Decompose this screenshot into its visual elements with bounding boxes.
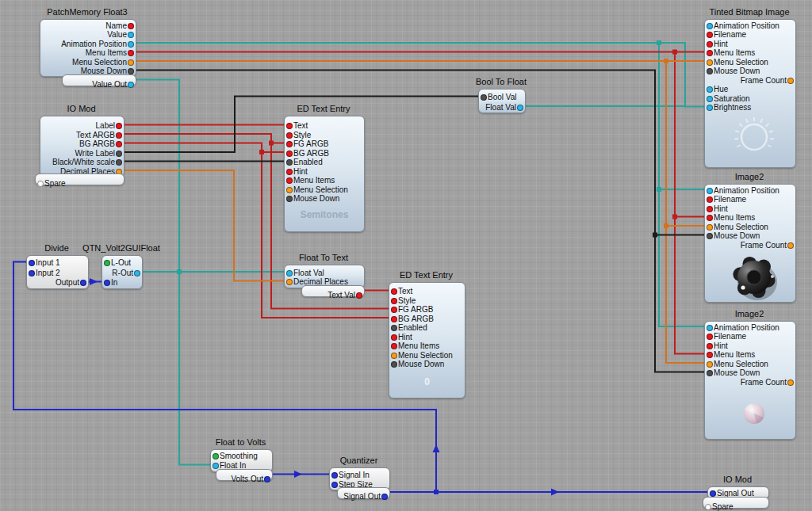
- mouse-down-pin[interactable]: [286, 196, 293, 202]
- bool-to-float-node[interactable]: Bool ValFloat Val: [478, 89, 526, 113]
- float-to-volts-tab[interactable]: Volts Out: [216, 469, 273, 481]
- pin-label: Input 1: [36, 258, 60, 267]
- mouse-down-pin[interactable]: [707, 233, 713, 239]
- signal-out-pin[interactable]: [381, 494, 388, 500]
- text-argb-pin[interactable]: [116, 132, 122, 139]
- saturation-pin[interactable]: [707, 96, 713, 102]
- signal-in-pin[interactable]: [331, 472, 338, 479]
- menu-selection-pin[interactable]: [391, 353, 397, 359]
- animation-position-pin[interactable]: [128, 41, 134, 48]
- menu-items-pin[interactable]: [391, 343, 397, 349]
- mouse-down-pin[interactable]: [707, 68, 713, 74]
- text-pin[interactable]: [391, 288, 397, 295]
- write-label-pin[interactable]: [116, 151, 122, 157]
- label-pin[interactable]: [116, 123, 122, 129]
- input-2-pin[interactable]: [29, 270, 35, 276]
- frame-count-pin[interactable]: [787, 78, 794, 84]
- float-val-pin[interactable]: [286, 270, 293, 276]
- fg-argb-pin[interactable]: [286, 141, 293, 147]
- io-mod-bottom-tab[interactable]: Spare: [703, 497, 769, 509]
- qtn-volt2guifloat-node[interactable]: L-OutR-OutIn: [102, 255, 143, 289]
- quantizer-tab[interactable]: Signal Out: [337, 487, 390, 499]
- enabled-pin[interactable]: [391, 325, 397, 331]
- value-out-pin[interactable]: [128, 82, 134, 88]
- frame-count-pin[interactable]: [787, 242, 794, 249]
- spare-pin[interactable]: [37, 181, 44, 187]
- pin-row: Menu Selection: [285, 185, 364, 194]
- io-mod-left-tab[interactable]: Spare: [35, 174, 124, 185]
- signal-out-pin[interactable]: [710, 490, 716, 497]
- knob-dark-image[interactable]: [727, 250, 781, 307]
- filename-pin[interactable]: [707, 32, 713, 38]
- filename-pin[interactable]: [707, 334, 713, 340]
- brightness-pin[interactable]: [707, 105, 713, 111]
- ed-text-entry-2-node[interactable]: TextStyleFG ARGBBG ARGBEnabledHintMenu I…: [389, 282, 465, 399]
- tinted-bitmap-image-node[interactable]: Animation PositionFilenameHintMenu Items…: [704, 19, 796, 168]
- patchmemory-float3-node[interactable]: NameValueAnimation PositionMenu ItemsMen…: [40, 19, 136, 77]
- image2-b-node[interactable]: Animation PositionFilenameHintMenu Items…: [704, 321, 796, 440]
- in-pin[interactable]: [104, 280, 110, 286]
- volts-out-pin[interactable]: [264, 476, 270, 482]
- float-val-pin[interactable]: [517, 105, 523, 111]
- menu-selection-pin[interactable]: [707, 361, 713, 368]
- fg-argb-pin[interactable]: [391, 307, 397, 313]
- pin-label: Animation Position: [714, 323, 779, 332]
- r-out-pin[interactable]: [134, 270, 140, 276]
- text-val-pin[interactable]: [356, 292, 362, 299]
- menu-selection-pin[interactable]: [707, 224, 713, 231]
- menu-items-pin[interactable]: [286, 177, 293, 184]
- patchmemory-float3-tab[interactable]: Value Out: [62, 74, 136, 86]
- step-size-pin[interactable]: [331, 482, 338, 488]
- bool-val-pin[interactable]: [481, 94, 487, 101]
- pin-row: Style: [389, 296, 465, 305]
- filename-pin[interactable]: [707, 196, 713, 203]
- menu-selection-pin[interactable]: [707, 59, 713, 66]
- animation-position-pin[interactable]: [707, 188, 713, 194]
- name-pin[interactable]: [128, 23, 134, 29]
- l-out-pin[interactable]: [104, 260, 110, 266]
- spare-pin[interactable]: [705, 504, 711, 510]
- smoothing-pin[interactable]: [213, 453, 219, 460]
- text-pin[interactable]: [286, 123, 293, 129]
- animation-position-pin[interactable]: [707, 23, 713, 29]
- pin-row: Input 2: [27, 269, 88, 277]
- knob-faint-image[interactable]: [731, 114, 777, 163]
- mouse-down-pin[interactable]: [128, 68, 134, 74]
- input-1-pin[interactable]: [29, 260, 35, 266]
- menu-items-pin[interactable]: [707, 50, 713, 56]
- knob-light-image[interactable]: [741, 400, 768, 430]
- bg-argb-pin[interactable]: [116, 141, 122, 147]
- patch-editor-canvas[interactable]: PatchMemory Float3NameValueAnimation Pos…: [0, 0, 812, 511]
- menu-items-pin[interactable]: [707, 352, 713, 358]
- menu-selection-pin[interactable]: [286, 187, 293, 193]
- hint-pin[interactable]: [707, 206, 713, 212]
- bg-argb-pin[interactable]: [391, 316, 397, 322]
- float-to-text-tab[interactable]: Text Val: [301, 285, 365, 297]
- io-mod-left-node[interactable]: LabelText ARGBBG ARGBWrite LabelBlack/Wh…: [40, 116, 124, 177]
- enabled-pin[interactable]: [286, 159, 293, 166]
- hint-pin[interactable]: [707, 343, 713, 349]
- hint-pin[interactable]: [286, 169, 293, 175]
- value-pin[interactable]: [128, 32, 134, 38]
- animation-position-pin[interactable]: [707, 325, 713, 331]
- divide-node[interactable]: Input 1Input 2Output: [26, 255, 89, 289]
- float-in-pin[interactable]: [213, 463, 219, 469]
- pin-label: Menu Selection: [398, 351, 453, 360]
- frame-count-pin[interactable]: [787, 379, 794, 386]
- mouse-down-pin[interactable]: [391, 361, 397, 368]
- style-pin[interactable]: [286, 132, 293, 139]
- style-pin[interactable]: [391, 298, 397, 304]
- output-pin[interactable]: [80, 280, 86, 286]
- menu-items-pin[interactable]: [128, 50, 134, 56]
- decimal-places-pin[interactable]: [286, 279, 293, 285]
- ed-text-entry-1-node[interactable]: TextStyleFG ARGBBG ARGBEnabledHintMenu I…: [284, 116, 365, 232]
- image2-a-node[interactable]: Animation PositionFilenameHintMenu Items…: [704, 184, 796, 303]
- menu-selection-pin[interactable]: [128, 59, 134, 66]
- menu-items-pin[interactable]: [707, 215, 713, 221]
- hint-pin[interactable]: [707, 41, 713, 48]
- bg-argb-pin[interactable]: [286, 151, 293, 157]
- hint-pin[interactable]: [391, 334, 397, 341]
- hue-pin[interactable]: [707, 86, 713, 93]
- black-white-scale-pin[interactable]: [116, 159, 122, 166]
- mouse-down-pin[interactable]: [707, 370, 713, 376]
